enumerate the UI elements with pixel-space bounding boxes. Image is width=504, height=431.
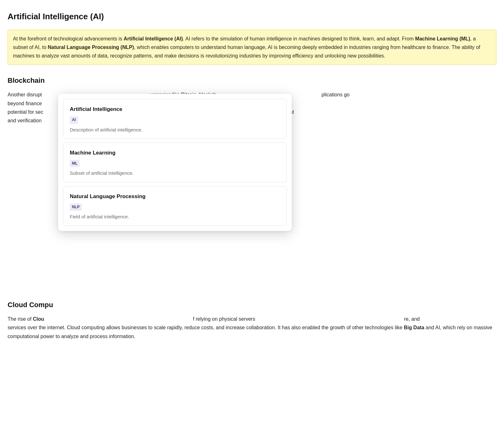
- highlight-bold-ai: Artificial Intelligence (AI): [123, 36, 183, 41]
- cloud-section: Cloud Compu The rise of Clou f relying o…: [8, 299, 496, 341]
- highlighted-paragraph: At the forefront of technological advanc…: [8, 30, 496, 65]
- dropdown-card-ml[interactable]: Machine Learning ML Subset of artificial…: [63, 143, 287, 182]
- dropdown-card-nlp-title: Natural Language Processing: [70, 192, 280, 201]
- big-data-bold: Big Data: [404, 325, 424, 330]
- highlight-text-intro: At the forefront of technological advanc…: [13, 36, 123, 41]
- page-title: Artificial Intelligence (AI): [8, 10, 496, 23]
- dropdown-card-ml-title: Machine Learning: [70, 149, 280, 157]
- cloud-title: Cloud Compu: [8, 299, 496, 310]
- cloud-text: The rise of Clou f relying on physical s…: [8, 315, 496, 341]
- dropdown-card-ml-badge: ML: [70, 160, 80, 167]
- highlight-text-1: . AI refers to the simulation of human i…: [183, 36, 415, 41]
- cloud-bold: Clou: [33, 316, 44, 322]
- content-area: Blockchain Another disrupt urrencies lik…: [8, 75, 496, 341]
- dropdown-card-ai-title: Artificial Intelligence: [70, 105, 280, 113]
- dropdown-card-ai[interactable]: Artificial Intelligence AI Description o…: [63, 99, 287, 139]
- dropdown-card-ai-badge: AI: [70, 116, 78, 124]
- dropdown-card-nlp[interactable]: Natural Language Processing NLP Field of…: [63, 186, 287, 226]
- dropdown-card-ml-desc: Subset of artificial intelligence.: [70, 170, 280, 177]
- dropdown-card-ai-desc: Description of artificial intelligence.: [70, 126, 280, 134]
- dropdown-card-nlp-badge: NLP: [70, 203, 82, 211]
- dropdown-overlay: Artificial Intelligence AI Description o…: [58, 94, 292, 231]
- dropdown-card-nlp-desc: Field of artificial intelligence.: [70, 213, 280, 221]
- blockchain-title: Blockchain: [8, 75, 496, 86]
- highlight-bold-ml: Machine Learning (ML): [415, 36, 470, 41]
- highlight-bold-nlp: Natural Language Processing (NLP): [48, 45, 134, 50]
